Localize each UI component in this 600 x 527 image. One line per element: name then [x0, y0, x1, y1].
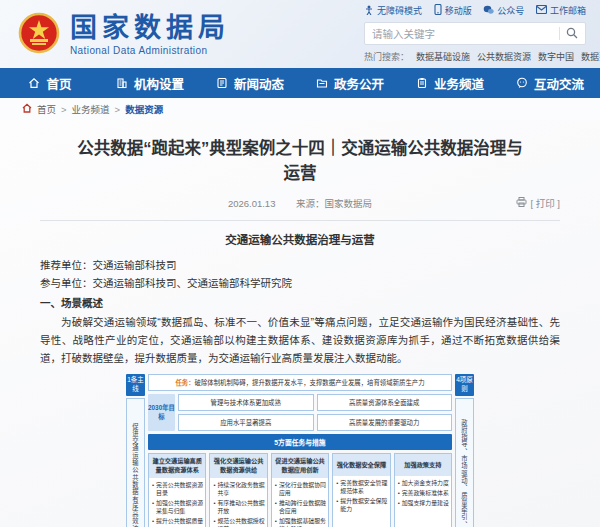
search-box[interactable] [364, 22, 586, 45]
breadcrumb-current: 数据资源 [125, 102, 163, 116]
task-label: 任务： [175, 379, 194, 386]
search-input[interactable] [372, 28, 553, 40]
site-header: 国家数据局 National Data Administration 无障碍模式… [0, 0, 600, 68]
goal-item: 管理与技术体系更加成熟 [178, 394, 314, 411]
task-column-4: 强化数据安全保障 •完善数据安全管理规范体系 •提升数据安全保障能力 [332, 453, 390, 527]
hot-search-label: 热门搜索： [364, 50, 409, 63]
work-mail-link[interactable]: 工作邮箱 [536, 4, 586, 17]
breadcrumb: 首页 > 业务频道 > 数据资源 [0, 98, 600, 120]
breadcrumb-channel[interactable]: 业务频道 [72, 102, 110, 116]
article-title: 公共数据“跑起来”典型案例之十四｜交通运输公共数据治理与运营 [70, 136, 530, 186]
diagram-right-strip: 4项原则 政府指导、市场驱动、质量牵引、试点先行 [455, 374, 474, 527]
clipboard-icon [416, 77, 428, 89]
framework-diagram: 1条主线 促进交通运输公共数据有序高效流通使用 任务：破除体制机制障碍，提升数据… [126, 374, 474, 527]
task-column-2: 强化交通运输公共数据资源供给 •持续深化政务数据共享 •有序推动公共数据开放 •… [209, 453, 267, 527]
right-strip-tag: 4项原则 [455, 374, 474, 396]
nav-interaction[interactable]: 互动交流 [500, 68, 600, 98]
goal-item: 高质量发展的重要驱动力 [317, 414, 453, 431]
diagram-left-strip: 1条主线 促进交通运输公共数据有序高效流通使用 [126, 374, 145, 527]
task-column-5: 加强政策支持 •加大资金支持力度 •完善政策标准体系 •加强支撑力量建设 [394, 453, 452, 527]
source-label: 来源： [296, 198, 325, 209]
article-source: 国家数据局 [325, 198, 373, 209]
wechat-account-link[interactable]: 公众号 [483, 4, 524, 17]
printer-icon [516, 197, 527, 209]
right-strip-text: 政府指导、市场驱动、质量牵引、试点先行 [460, 419, 469, 527]
mail-icon [536, 5, 547, 16]
mobile-version-link[interactable]: 移动版 [434, 4, 472, 17]
nav-gov-affairs[interactable]: 政务公开 [300, 68, 400, 98]
print-button[interactable]: [ 打印 ] [516, 196, 560, 210]
nav-home[interactable]: 首页 [0, 68, 100, 98]
nav-organization[interactable]: 机构设置 [100, 68, 200, 98]
hot-word-4[interactable]: 数据要素 [581, 50, 600, 63]
site-title: 国家数据局 [70, 14, 230, 44]
article-page: 公共数据“跑起来”典型案例之十四｜交通运输公共数据治理与运营 2026.01.1… [0, 120, 600, 527]
utility-bar: 无障碍模式 移动版 公众号 工作邮箱 [364, 4, 586, 17]
accessibility-link[interactable]: 无障碍模式 [364, 4, 422, 17]
article-date: 2026.01.13 [228, 198, 276, 209]
goal-item: 高质量资源体系全面建成 [317, 394, 453, 411]
national-emblem-logo [18, 12, 60, 58]
mobile-phone-icon [434, 4, 442, 17]
diagram-goal-row: 2030年目标 管理与技术体系更加成熟 高质量资源体系全面建成 应用水平显著提高… [148, 394, 452, 431]
hot-word-3[interactable]: 数字中国 [538, 50, 574, 63]
building-icon [116, 77, 128, 89]
hot-search-bar: 热门搜索： 数据基础设施 公共数据资源 数字中国 数据要素 数据标注 [364, 50, 586, 63]
diagram-task-bar: 任务：破除体制机制障碍，提升数据开发水平，支撑数据产业发展，培育领域新质生产力 [148, 374, 452, 391]
divider [40, 220, 560, 221]
nav-business-channel[interactable]: 业务频道 [400, 68, 500, 98]
chat-bubble-icon [516, 77, 528, 89]
article-subject-heading: 交通运输公共数据治理与运营 [40, 231, 560, 247]
task-text: 破除体制机制障碍，提升数据开发水平，支撑数据产业发展，培育领域新质生产力 [195, 379, 425, 386]
goal-label: 2030年目标 [148, 394, 175, 431]
recommend-unit-line: 推荐单位：交通运输部科技司 [40, 256, 560, 274]
task-column-3: 促进交通运输公共数据应用创新 •深化行业数据协同应用 •推动跨行业数据融合应用 … [271, 453, 329, 527]
hot-word-2[interactable]: 公共数据资源 [477, 50, 531, 63]
open-folder-icon [316, 77, 328, 89]
news-doc-icon [216, 77, 228, 89]
section-title: 一、场景概述 [40, 295, 560, 310]
article-meta-row: 2026.01.13 来源：国家数据局 [ 打印 ] [40, 196, 560, 212]
left-strip-text: 促进交通运输公共数据有序高效流通使用 [131, 423, 140, 527]
participant-unit-line: 参与单位：交通运输部科技司、交通运输部科学研究院 [40, 274, 560, 292]
breadcrumb-separator: > [61, 104, 67, 115]
goal-item: 应用水平显著提高 [178, 414, 314, 431]
accessibility-icon [364, 5, 374, 17]
breadcrumb-home-icon [22, 103, 32, 115]
article-paragraph: 为破解交通运输领域“数据孤岛、标准不一、价值未显”等痛点问题，立足交通运输作为国… [40, 313, 560, 367]
diagram-task-columns: 建立交通运输高质量数据资源体系 •完善公共数据资源目录 •加强公共数据资源采集与… [148, 453, 452, 527]
search-icon[interactable] [566, 25, 578, 43]
left-strip-tag: 1条主线 [126, 374, 145, 396]
breadcrumb-home[interactable]: 首页 [37, 102, 56, 116]
main-nav: 首页 机构设置 新闻动态 政务公开 业务频道 互动交流 [0, 68, 600, 98]
breadcrumb-separator: > [115, 104, 121, 115]
hot-word-1[interactable]: 数据基础设施 [416, 50, 470, 63]
nav-news[interactable]: 新闻动态 [200, 68, 300, 98]
task-column-1: 建立交通运输高质量数据资源体系 •完善公共数据资源目录 •加强公共数据资源采集与… [148, 453, 206, 527]
wechat-icon [483, 5, 494, 17]
print-label: [ 打印 ] [530, 196, 560, 210]
site-title-en: National Data Administration [70, 45, 230, 56]
search-divider [559, 27, 560, 40]
diagram-tasks-header: 5方面任务与措施 [148, 434, 452, 450]
home-icon [28, 77, 40, 89]
